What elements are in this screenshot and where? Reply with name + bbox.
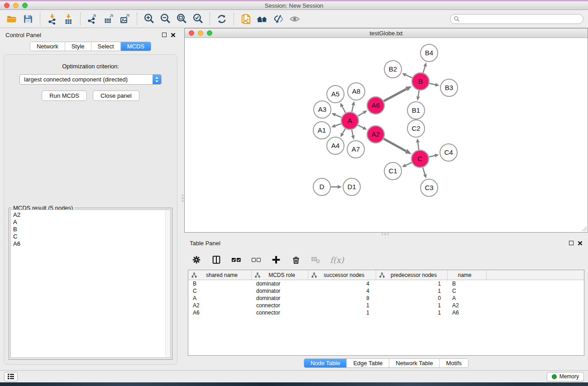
table-row-A[interactable]: Adominator80A [188, 295, 584, 302]
table-cell[interactable]: connector [252, 310, 308, 316]
edge-C-C4[interactable] [429, 156, 435, 157]
table-cell[interactable]: A [188, 295, 252, 301]
search-field[interactable] [450, 14, 583, 24]
edge-A-A7[interactable] [352, 130, 353, 136]
tab-select[interactable]: Select [91, 42, 120, 51]
edge-B-B2[interactable] [406, 75, 412, 78]
close-panel-icon[interactable] [171, 33, 176, 38]
table-tab-edge-table[interactable]: Edge Table [346, 359, 389, 367]
table-cell[interactable]: 1 [308, 302, 376, 309]
zoom-selected-button[interactable] [190, 12, 206, 26]
edge-B-B3[interactable] [430, 83, 435, 85]
fit-content-button[interactable] [173, 12, 190, 26]
table-row-B[interactable]: Bdominator41B [188, 280, 584, 287]
mcds-result-item[interactable]: A [13, 219, 168, 226]
float-table-panel-icon[interactable] [569, 241, 574, 245]
import-network-button[interactable] [44, 12, 60, 26]
graph-node-A7[interactable]: A7 [347, 141, 364, 158]
graph-node-C[interactable]: C [411, 150, 429, 167]
column-header-shared-name[interactable]: shared name [188, 270, 252, 280]
select-all-button[interactable] [230, 254, 242, 266]
close-table-panel-icon[interactable] [578, 241, 583, 246]
table-cell[interactable]: A6 [188, 310, 252, 316]
edge-C-C1[interactable] [406, 162, 411, 165]
graph-node-B4[interactable]: B4 [421, 44, 438, 62]
vertical-split-grip[interactable] [182, 195, 184, 202]
delete-column-button[interactable] [290, 254, 302, 266]
table-row-C[interactable]: Cdominator41C [188, 287, 584, 295]
graph-node-A3[interactable]: A3 [314, 101, 331, 118]
table-tab-motifs[interactable]: Motifs [439, 359, 468, 367]
close-panel-button[interactable]: Close panel [93, 91, 139, 101]
tab-network[interactable]: Network [30, 42, 65, 51]
table-row-A6[interactable]: A6connector11A6 [188, 309, 584, 316]
table-cell[interactable]: 1 [376, 281, 448, 287]
graph-node-A6[interactable]: A6 [367, 97, 384, 114]
new-network-from-selection-button[interactable] [238, 12, 254, 26]
column-header-MCDS-role[interactable]: MCDS role [252, 270, 308, 280]
graph-node-B3[interactable]: B3 [440, 79, 458, 96]
edge-A-A5[interactable] [342, 106, 346, 113]
table-cell[interactable]: dominator [252, 281, 308, 287]
tab-style[interactable]: Style [65, 42, 91, 51]
edge-A6-B[interactable] [384, 89, 407, 101]
column-header-predecessor-nodes[interactable]: predecessor nodes [376, 270, 448, 280]
table-cell[interactable]: A2 [188, 302, 252, 309]
save-session-button[interactable] [20, 12, 36, 26]
table-cell[interactable]: A6 [448, 310, 487, 316]
show-column-button[interactable] [210, 254, 222, 266]
table-cell[interactable]: connector [252, 302, 308, 309]
horizontal-split-grip[interactable] [382, 233, 389, 235]
home-button[interactable] [254, 12, 270, 26]
table-cell[interactable]: B [448, 281, 487, 287]
export-image-button[interactable] [117, 12, 133, 26]
graph-node-C4[interactable]: C4 [440, 144, 457, 161]
run-mcds-button[interactable]: Run MCDS [42, 91, 87, 101]
table-cell[interactable]: 8 [308, 295, 376, 301]
table-cell[interactable]: C [188, 288, 252, 294]
table-cell[interactable]: 1 [308, 310, 376, 316]
table-tab-node-table[interactable]: Node Table [304, 359, 347, 367]
edge-B-B4[interactable] [423, 67, 425, 73]
mcds-result-item[interactable]: A2 [13, 211, 168, 219]
table-cell[interactable]: 4 [308, 288, 376, 294]
edge-A-A6[interactable] [358, 113, 363, 116]
export-network-button[interactable] [84, 12, 100, 26]
table-cell[interactable]: 1 [376, 310, 448, 316]
table-tab-network-table[interactable]: Network Table [389, 359, 439, 367]
deselect-all-button[interactable] [250, 254, 262, 266]
graph-node-A2[interactable]: A2 [367, 126, 384, 143]
table-cell[interactable]: A [448, 295, 487, 301]
edge-A-A4[interactable] [343, 129, 345, 133]
tab-mcds[interactable]: MCDS [120, 42, 151, 51]
add-column-button[interactable] [270, 254, 282, 266]
column-header-name[interactable]: name [448, 270, 487, 280]
edge-C-C3[interactable] [423, 167, 425, 174]
graph-node-A5[interactable]: A5 [327, 86, 344, 103]
graph-node-B2[interactable]: B2 [384, 61, 402, 78]
graph-node-C2[interactable]: C2 [407, 120, 425, 137]
mcds-result-item[interactable]: B [13, 226, 168, 233]
toggle-bird-view-button[interactable] [287, 12, 303, 26]
zoom-out-button[interactable] [157, 12, 173, 26]
edge-A-A8[interactable] [352, 105, 353, 112]
open-session-button[interactable] [4, 12, 20, 26]
graph-node-A1[interactable]: A1 [313, 122, 330, 139]
export-table-button[interactable] [100, 12, 117, 26]
graph-node-C1[interactable]: C1 [384, 162, 402, 180]
table-cell[interactable]: 1 [376, 302, 448, 309]
table-settings-button[interactable] [191, 254, 202, 266]
refresh-button[interactable] [214, 12, 230, 26]
table-cell[interactable]: A2 [448, 302, 487, 309]
edge-B-B1[interactable] [418, 91, 419, 97]
graph-node-D1[interactable]: D1 [343, 178, 360, 195]
zoom-in-button[interactable] [141, 12, 157, 26]
task-history-button[interactable] [4, 372, 18, 381]
table-row-A2[interactable]: A2connector11A2 [188, 302, 584, 309]
search-input[interactable] [462, 15, 583, 23]
table-cell[interactable]: 0 [376, 295, 448, 301]
table-cell[interactable]: dominator [252, 288, 308, 294]
edge-A2-C[interactable] [384, 139, 406, 151]
graph-node-B1[interactable]: B1 [407, 102, 425, 119]
graph-node-C3[interactable]: C3 [421, 179, 438, 196]
